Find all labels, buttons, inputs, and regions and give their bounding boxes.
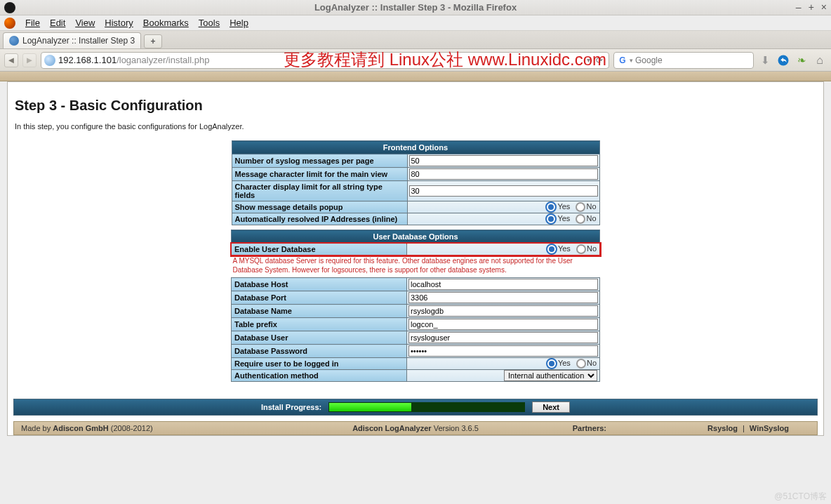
search-bar[interactable]: G ▾ [613,52,754,69]
menu-view[interactable]: View [75,18,95,28]
tblprefix-input[interactable] [408,319,598,330]
authmethod-label: Authentication method [232,370,407,382]
require-no-label: No [587,359,597,367]
dbpass-input[interactable] [408,345,598,357]
charlimit-input[interactable] [409,168,598,180]
window-maximize-icon[interactable]: + [809,1,814,13]
page-heading: Step 3 - Basic Configuration [15,98,818,114]
resolveip-yes-label: Yes [557,214,570,223]
resolveip-label: Automatically resolved IP Addresses (inl… [232,213,407,225]
tab-title: LogAnalyzer :: Installer Step 3 [22,36,135,46]
footer-product: Adiscon LogAnalyzer [352,424,431,432]
dbhost-input[interactable] [408,279,598,290]
next-button[interactable]: Next [532,402,570,413]
partners-label: Partners: [573,424,606,432]
menu-help[interactable]: Help [230,18,248,28]
dbname-label: Database Name [232,305,407,318]
popup-label: Show message details popup [232,201,407,213]
url-history-chevron-icon[interactable]: ▾ [584,56,593,64]
popup-yes-label: Yes [557,202,570,211]
require-no-radio[interactable] [576,359,586,369]
url-path: /loganalyzer/install.php [117,55,209,65]
tab-bar: LogAnalyzer :: Installer Step 3 + [0,31,831,49]
install-progress-bar: Install Progress: Next [13,399,818,416]
resolveip-no-label: No [586,214,596,223]
popup-no-label: No [586,202,596,211]
userdb-section-header: User Database Options [232,230,600,244]
plus-icon: + [151,37,156,46]
nav-toolbar: ◄ ► 192.168.1.101/loganalyzer/install.ph… [0,49,831,72]
resolveip-yes-radio[interactable] [545,213,557,225]
enabledb-label: Enable User Database [232,244,407,256]
progress-track [328,402,525,412]
dbname-input[interactable] [408,305,598,317]
globe-icon [44,55,55,66]
menu-tools[interactable]: Tools [199,18,220,28]
menu-bookmarks[interactable]: Bookmarks [143,18,189,28]
tab-favicon [9,36,19,46]
downloads-icon[interactable]: ⬇ [758,53,772,67]
menu-file[interactable]: File [25,18,40,28]
displaylimit-input[interactable] [409,185,598,197]
tblprefix-label: Table prefix [232,318,407,331]
search-engine-icon[interactable]: G [617,55,628,66]
back-button[interactable]: ◄ [4,53,18,67]
footer-version: Version 3.6.5 [432,424,479,432]
link-rsyslog[interactable]: Rsyslog [707,424,738,432]
home-icon[interactable]: ⌂ [813,53,827,67]
new-tab-button[interactable]: + [144,34,162,48]
menu-history[interactable]: History [105,18,133,28]
charlimit-label: Message character limit for the main vie… [232,168,407,181]
separator: | [740,424,747,432]
menu-edit[interactable]: Edit [50,18,65,28]
search-engine-chevron-icon[interactable]: ▾ [630,57,633,64]
perpage-input[interactable] [409,155,598,166]
authmethod-select[interactable]: Internal authentication [504,370,597,381]
resolveip-no-radio[interactable] [576,214,585,224]
require-login-label: Require user to be logged in [232,358,407,370]
url-host: 192.168.1.101 [58,55,117,65]
reload-icon[interactable]: ⟳ [593,55,606,65]
require-yes-radio[interactable] [546,358,557,369]
menu-bar: File Edit View History Bookmarks Tools H… [0,15,831,31]
dbuser-input[interactable] [408,332,598,343]
overlay-watermark: 更多教程请到 Linux公社 www.Linuxidc.com [284,48,606,71]
progress-fill [329,403,411,411]
perpage-label: Number of syslog messages per page [232,154,407,168]
dbport-label: Database Port [232,291,407,305]
window-titlebar: LogAnalyzer :: Installer Step 3 - Mozill… [0,0,831,15]
enabledb-yes-radio[interactable] [546,244,557,255]
enabledb-no-label: No [587,244,597,253]
firefox-icon [4,18,15,29]
dbuser-label: Database User [232,331,407,345]
mysql-note: A MYSQL database Server is required for … [232,256,600,277]
footer-credits: Made by Adiscon GmbH (2008-2012) Adiscon… [13,421,818,435]
link-winsyslog[interactable]: WinSyslog [750,424,789,432]
enabledb-yes-label: Yes [558,244,571,253]
dbpass-label: Database Password [232,345,407,358]
page-intro: In this step, you configure the basic co… [13,122,818,131]
corner-watermark: @51CTO博客 [774,491,827,503]
window-close-icon[interactable]: × [821,1,827,13]
displaylimit-label: Character display limit for all string t… [232,181,407,201]
window-minimize-icon[interactable]: – [796,1,802,13]
require-yes-label: Yes [558,359,571,367]
search-input[interactable] [635,55,750,65]
browser-tab[interactable]: LogAnalyzer :: Installer Step 3 [3,32,141,48]
popup-yes-radio[interactable] [545,201,557,213]
leaf-icon[interactable]: ❧ [795,53,809,67]
url-bar[interactable]: 192.168.1.101/loganalyzer/install.php 更多… [41,52,609,69]
page-content: Step 3 - Basic Configuration In this ste… [13,98,818,435]
frontend-options-table: Frontend Options Number of syslog messag… [232,140,600,225]
share-icon[interactable] [776,53,790,67]
progress-label: Install Progress: [261,403,321,411]
dbport-input[interactable] [408,292,598,303]
popup-no-radio[interactable] [576,202,585,212]
userdb-options-table: User Database Options Enable User Databa… [231,230,600,382]
window-title: LogAnalyzer :: Installer Step 3 - Mozill… [0,2,831,13]
frontend-section-header: Frontend Options [232,141,599,154]
forward-button[interactable]: ► [22,53,36,67]
dbhost-label: Database Host [232,278,407,291]
enabledb-no-radio[interactable] [576,244,586,254]
sub-toolbar [0,72,831,81]
